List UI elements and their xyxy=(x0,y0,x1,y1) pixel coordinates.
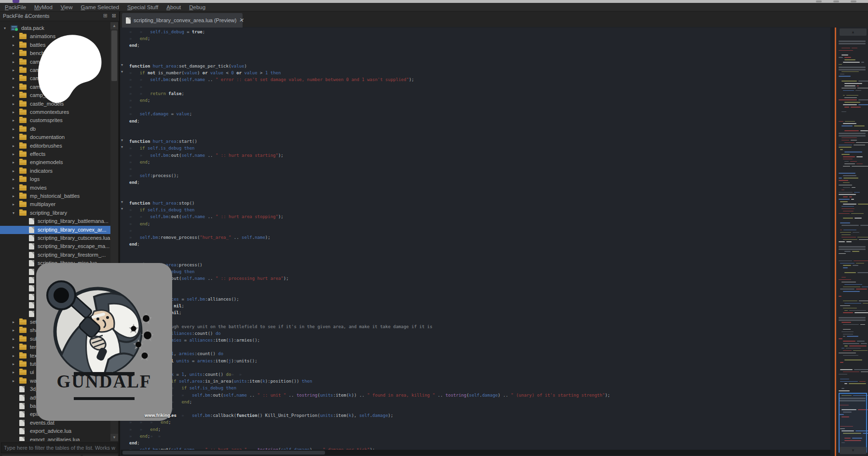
file-icon xyxy=(29,285,34,291)
tree-scrollbar-thumb[interactable] xyxy=(111,30,117,81)
tree-item[interactable]: ▸editorbrushes xyxy=(0,142,110,150)
collapse-all-icon[interactable]: ⊠ xyxy=(112,13,116,19)
expand-arrow-icon[interactable]: ▸ xyxy=(13,379,14,383)
tree-item-label: data.pack xyxy=(21,25,44,31)
menu-item-mymod[interactable]: MyMod xyxy=(34,4,53,10)
tree-item[interactable]: scripting_library_cutscenes.lua xyxy=(0,234,110,242)
tree-item[interactable]: ▸multiplayer xyxy=(0,200,110,208)
expand-arrow-icon[interactable]: ▸ xyxy=(13,93,14,97)
tree-item[interactable]: ▸customsprites xyxy=(0,116,110,124)
expand-arrow-icon[interactable]: ▸ xyxy=(13,43,14,47)
expand-arrow-icon[interactable]: ▸ xyxy=(13,320,14,324)
code-minimap[interactable]: ▲ ▼ xyxy=(837,28,868,456)
expand-arrow-icon[interactable]: ▸ xyxy=(13,60,14,64)
scroll-up-icon[interactable]: ▲ xyxy=(110,22,118,29)
expand-arrow-icon[interactable]: ▸ xyxy=(13,34,14,39)
scroll-down-icon[interactable]: ▼ xyxy=(110,434,118,441)
tab-bar: scripting_library_convex_area.lua (Previ… xyxy=(120,12,868,28)
close-button[interactable] xyxy=(851,0,856,2)
expand-arrow-icon[interactable]: ▸ xyxy=(13,76,14,81)
tree-item[interactable]: ▾scripting_library xyxy=(0,209,110,217)
pack-status-dot xyxy=(15,28,18,31)
folder-icon xyxy=(19,76,27,81)
expand-arrow-icon[interactable]: ▸ xyxy=(13,51,14,55)
expand-arrow-icon[interactable]: ▸ xyxy=(13,328,14,332)
tree-item[interactable]: ▸db xyxy=(0,125,110,133)
menu-item-view[interactable]: View xyxy=(61,4,73,10)
expand-arrow-icon[interactable]: ▸ xyxy=(13,362,14,366)
maximize-button[interactable] xyxy=(833,0,839,2)
expand-arrow-icon[interactable]: ▸ xyxy=(13,68,14,72)
tree-item[interactable]: export_ancillaries.lua xyxy=(0,436,110,441)
tree-item-label: logs xyxy=(30,176,40,182)
file-icon xyxy=(29,243,34,249)
expand-arrow-icon[interactable]: ▸ xyxy=(13,345,14,349)
menu-item-about[interactable]: About xyxy=(166,4,181,10)
tree-item[interactable]: export_advice.lua xyxy=(0,427,110,435)
tree-item[interactable]: ▸mp_historical_battles xyxy=(0,192,110,200)
collapse-arrow-icon[interactable]: ▾ xyxy=(4,26,6,30)
expand-arrow-icon[interactable]: ▸ xyxy=(13,144,14,148)
tree-item[interactable]: ▸documentation xyxy=(0,133,110,141)
wizard-eye xyxy=(106,316,109,319)
vertical-scrollbar-track[interactable] xyxy=(830,28,835,456)
menu-item-packfile[interactable]: PackFile xyxy=(5,4,26,10)
collapse-arrow-icon[interactable]: ▾ xyxy=(13,211,14,215)
fold-marker-icon[interactable]: ▾ xyxy=(121,69,127,74)
expand-arrow-icon[interactable]: ▸ xyxy=(13,110,14,114)
expand-arrow-icon[interactable]: ▸ xyxy=(13,354,14,358)
code-line: function hurt_area:start() xyxy=(129,138,197,145)
menu-item-debug[interactable]: Debug xyxy=(189,4,205,10)
tab-active[interactable]: scripting_library_convex_area.lua (Previ… xyxy=(122,13,243,28)
horizontal-scrollbar-thumb[interactable] xyxy=(122,451,325,455)
expand-arrow-icon[interactable]: ▸ xyxy=(13,102,14,106)
expand-arrow-icon[interactable]: ▸ xyxy=(13,118,14,123)
expand-arrow-icon[interactable]: ▸ xyxy=(13,152,14,156)
tree-item[interactable]: ▸effects xyxy=(0,150,110,158)
fold-marker-icon[interactable]: ▾ xyxy=(121,207,127,211)
expand-all-icon[interactable]: ⊞ xyxy=(103,13,108,19)
minimap-scroll-down-icon[interactable]: ▼ xyxy=(840,447,867,454)
expand-arrow-icon[interactable]: ▸ xyxy=(13,337,14,341)
tree-item[interactable]: ▸logs xyxy=(0,175,110,183)
code-line: » end; xyxy=(129,159,150,166)
expand-arrow-icon[interactable]: ▸ xyxy=(13,370,14,374)
expand-arrow-icon[interactable]: ▸ xyxy=(13,160,14,165)
folder-icon xyxy=(19,370,27,375)
expand-arrow-icon[interactable]: ▸ xyxy=(13,169,14,173)
tree-item[interactable]: scripting_library_battlemana... xyxy=(0,217,110,225)
menu-item-game-selected[interactable]: Game Selected xyxy=(81,4,119,10)
tree-item[interactable]: ▸movies xyxy=(0,184,110,192)
tree-item-label: effects xyxy=(30,151,45,157)
tree-root-data-pack[interactable]: ▾data.pack xyxy=(0,24,110,32)
tree-item[interactable]: ▸indicators xyxy=(0,167,110,175)
minimap-scroll-up-icon[interactable]: ▲ xyxy=(840,28,867,36)
expand-arrow-icon[interactable]: ▸ xyxy=(13,186,14,190)
tree-item[interactable]: scripting_library_convex_ar... xyxy=(0,226,110,234)
code-editor[interactable]: » » self.is_debug = true;» end;end;funct… xyxy=(120,28,830,456)
fold-marker-icon[interactable]: ▾ xyxy=(121,145,127,149)
expand-arrow-icon[interactable]: ▸ xyxy=(13,202,14,207)
tree-filter-input[interactable] xyxy=(1,442,118,453)
expand-arrow-icon[interactable]: ▸ xyxy=(13,85,14,89)
tab-close-icon[interactable]: ✕ xyxy=(239,16,244,24)
expand-arrow-icon[interactable]: ▸ xyxy=(13,135,14,139)
tree-item[interactable]: scripting_library_firestorm_... xyxy=(0,251,110,259)
expand-arrow-icon[interactable]: ▸ xyxy=(13,127,14,131)
tree-item[interactable]: scripting_library_escape_ma... xyxy=(0,242,110,250)
fold-marker-icon[interactable]: ▾ xyxy=(121,63,127,67)
folder-icon xyxy=(19,378,27,384)
horizontal-scrollbar[interactable] xyxy=(121,450,830,456)
wizard-eye xyxy=(96,318,99,320)
minimize-button[interactable] xyxy=(816,0,822,2)
fold-marker-icon[interactable]: ▾ xyxy=(121,200,127,204)
minimap-viewport[interactable] xyxy=(839,393,867,453)
menu-item-special-stuff[interactable]: Special Stuff xyxy=(127,4,158,10)
expand-arrow-icon[interactable]: ▸ xyxy=(13,177,14,181)
fold-marker-icon[interactable]: ▾ xyxy=(121,138,127,142)
tree-item[interactable]: ▸enginemodels xyxy=(0,158,110,166)
tree-item-label: documentation xyxy=(30,134,65,140)
tree-item[interactable]: ▸commontextures xyxy=(0,108,110,116)
file-icon xyxy=(29,294,34,300)
expand-arrow-icon[interactable]: ▸ xyxy=(13,194,14,198)
